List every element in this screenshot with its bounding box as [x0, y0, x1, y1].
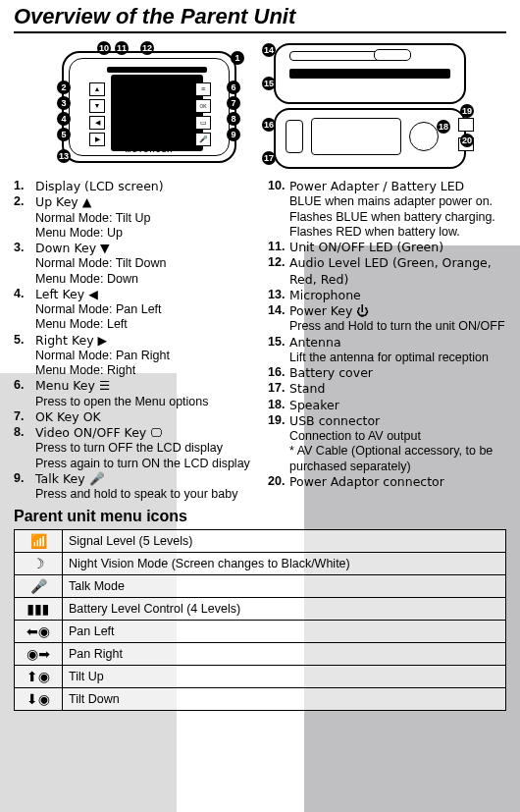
feature-subline: * AV Cable (Optional accessory, to be pu… — [289, 444, 506, 474]
feature-subline: Press and hold to speak to your baby — [35, 487, 252, 502]
feature-lead: Video ON/OFF Key 🖵 — [35, 425, 163, 440]
feature-text: Audio Level LED (Green, Orange, Red, Red… — [289, 255, 506, 288]
feature-entry: 16.Battery cover — [268, 365, 506, 381]
feature-entry: 10.Power Adapter / Battery LEDBLUE when … — [268, 179, 506, 240]
feature-lead: Talk Key 🎤 — [35, 471, 105, 486]
device-back-diagram: 14151617181920 — [270, 41, 466, 169]
callout-12: 12 — [140, 41, 154, 55]
video-key-icon: ▭ — [195, 116, 211, 130]
feature-entry: 13.Microphone — [268, 288, 506, 303]
table-row: 📶Signal Level (5 Levels) — [15, 530, 506, 553]
stand-icon — [286, 120, 303, 153]
feature-lead: Microphone — [289, 288, 361, 302]
feature-lead: Unit ON/OFF LED (Green) — [289, 240, 443, 254]
feature-text: Battery cover — [289, 365, 506, 381]
feature-number: 6. — [14, 378, 35, 409]
menu-icon-symbol: 📶 — [15, 530, 63, 553]
feature-number: 18. — [268, 398, 289, 413]
feature-lead: Down Key ▼ — [35, 241, 110, 255]
power-key-icon — [374, 49, 411, 61]
feature-subline: Normal Mode: Pan Right — [35, 349, 252, 363]
feature-lead: Menu Key ☰ — [35, 378, 110, 393]
feature-subline: Menu Mode: Up — [35, 226, 252, 241]
feature-text: Microphone — [289, 288, 506, 303]
menu-icon-desc: Signal Level (5 Levels) — [63, 530, 506, 553]
diagram-row: ▲ ▼ ◀ ▶ ≡ OK ▭ 🎤 MOTOROLA 12345678910111… — [14, 41, 506, 169]
feature-lead: Power Adapter / Battery LED — [289, 179, 464, 193]
feature-entry: 15.AntennaLift the antenna for optimal r… — [268, 335, 506, 366]
menu-icon-symbol: 🎤 — [15, 575, 63, 598]
menu-icon-desc: Pan Right — [63, 643, 506, 666]
feature-subline: Lift the antenna for optimal reception — [289, 351, 506, 365]
device-back-view — [274, 108, 466, 169]
lcd-screen-icon — [111, 75, 203, 151]
subheading: Parent unit menu icons — [14, 508, 506, 525]
feature-subline: Normal Mode: Pan Left — [35, 302, 252, 317]
feature-entry: 17.Stand — [268, 381, 506, 397]
feature-subline: Menu Mode: Right — [35, 363, 252, 378]
device-top-view — [274, 43, 466, 104]
feature-entry: 20.Power Adaptor connector — [268, 474, 506, 490]
feature-entry: 7.OK Key OK — [14, 409, 252, 425]
feature-lead: OK Key OK — [35, 409, 101, 424]
callout-5: 5 — [57, 128, 71, 141]
usb-connector-icon — [458, 118, 474, 132]
menu-icon-desc: Tilt Down — [63, 688, 506, 711]
callout-1: 1 — [231, 51, 244, 65]
feature-lead: Battery cover — [289, 365, 373, 380]
device-front-body: ▲ ▼ ◀ ▶ ≡ OK ▭ 🎤 MOTOROLA — [62, 51, 236, 163]
callout-17: 17 — [262, 151, 276, 165]
feature-lead: Display (LCD screen) — [35, 179, 164, 193]
feature-text: Power Adapter / Battery LEDBLUE when mai… — [289, 179, 506, 240]
feature-number: 13. — [268, 288, 289, 303]
right-button-column: ≡ OK ▭ 🎤 — [195, 82, 209, 149]
callout-18: 18 — [437, 120, 450, 134]
feature-entry: 14.Power Key ⏻Press and Hold to turn the… — [268, 303, 506, 335]
feature-text: Right Key ▶Normal Mode: Pan RightMenu Mo… — [35, 333, 252, 379]
callout-20: 20 — [460, 134, 474, 147]
feature-lead: Left Key ◀ — [35, 287, 98, 301]
callout-14: 14 — [262, 43, 276, 57]
feature-subline: Menu Mode: Left — [35, 317, 252, 332]
feature-text: USB connectorConnection to AV output* AV… — [289, 413, 506, 474]
menu-icon-symbol: ⬆◉ — [15, 666, 63, 688]
menu-icon-symbol: ◉➡ — [15, 643, 63, 666]
feature-number: 4. — [14, 287, 35, 333]
feature-entry: 18.Speaker — [268, 398, 506, 413]
feature-lead: Up Key ▲ — [35, 194, 91, 209]
callout-8: 8 — [227, 112, 240, 126]
table-row: ⬇◉Tilt Down — [15, 688, 506, 711]
indicator-strip — [107, 67, 207, 73]
menu-icons-table: 📶Signal Level (5 Levels)☽Night Vision Mo… — [14, 529, 506, 711]
page-title: Overview of the Parent Unit — [14, 4, 506, 33]
callout-11: 11 — [115, 41, 129, 55]
feature-number: 20. — [268, 474, 289, 490]
feature-column-right: 10.Power Adapter / Battery LEDBLUE when … — [268, 179, 506, 502]
feature-number: 5. — [14, 333, 35, 379]
feature-entry: 8.Video ON/OFF Key 🖵Press to turn OFF th… — [14, 425, 252, 471]
feature-text: OK Key OK — [35, 409, 252, 425]
table-row: 🎤Talk Mode — [15, 575, 506, 598]
feature-subline: Press to open the Menu options — [35, 395, 252, 409]
feature-subline: Flashes RED when battery low. — [289, 225, 506, 240]
left-button-column: ▲ ▼ ◀ ▶ — [89, 82, 103, 149]
feature-number: 15. — [268, 335, 289, 366]
menu-icon-desc: Battery Level Control (4 Levels) — [63, 598, 506, 621]
feature-subline: Connection to AV output — [289, 429, 506, 444]
feature-subline: BLUE when mains adapter power on. — [289, 194, 506, 209]
feature-lead: Power Key ⏻ — [289, 303, 369, 318]
feature-lead: Right Key ▶ — [35, 333, 107, 348]
feature-number: 10. — [268, 179, 289, 240]
menu-icon-symbol: ▮▮▮ — [15, 598, 63, 621]
feature-text: Up Key ▲Normal Mode: Tilt UpMenu Mode: U… — [35, 194, 252, 241]
talk-key-icon: 🎤 — [195, 133, 211, 146]
feature-number: 7. — [14, 409, 35, 425]
callout-9: 9 — [227, 128, 240, 141]
feature-text: Video ON/OFF Key 🖵Press to turn OFF the … — [35, 425, 252, 471]
feature-entry: 11.Unit ON/OFF LED (Green) — [268, 240, 506, 255]
feature-text: Stand — [289, 381, 506, 397]
callout-16: 16 — [262, 118, 276, 132]
table-row: ☽Night Vision Mode (Screen changes to Bl… — [15, 553, 506, 575]
device-front-diagram: ▲ ▼ ◀ ▶ ≡ OK ▭ 🎤 MOTOROLA 12345678910111… — [54, 41, 240, 169]
feature-text: Down Key ▼Normal Mode: Tilt DownMenu Mod… — [35, 241, 252, 287]
